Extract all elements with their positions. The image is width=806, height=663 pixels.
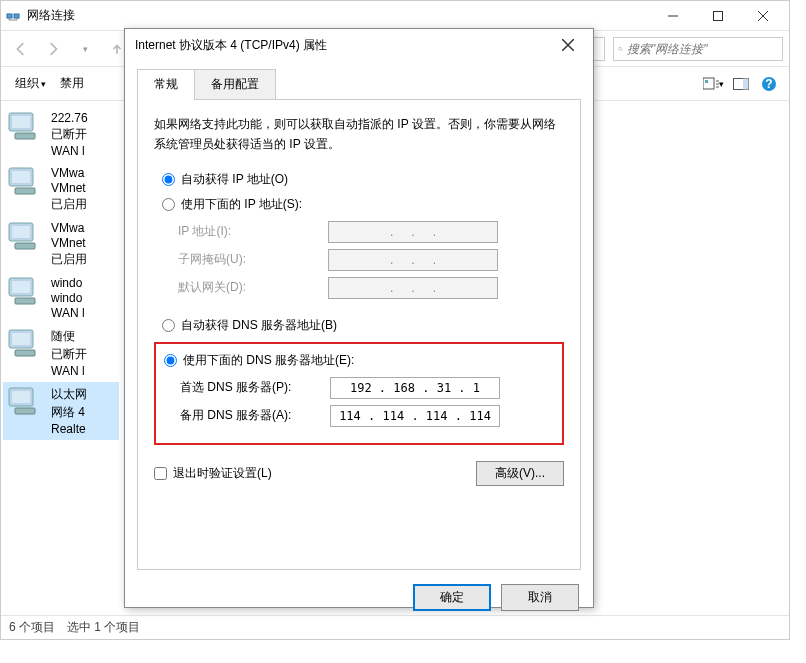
list-item[interactable]: 随便已断开WAN l xyxy=(3,324,119,382)
list-item[interactable]: 222.76已断开WAN l xyxy=(3,107,119,162)
nic-icon xyxy=(5,276,45,310)
ipv4-properties-dialog: Internet 协议版本 4 (TCP/IPv4) 属性 常规 备用配置 如果… xyxy=(124,28,594,608)
forward-button[interactable] xyxy=(39,35,67,63)
svg-rect-14 xyxy=(12,171,30,183)
dialog-title: Internet 协议版本 4 (TCP/IPv4) 属性 xyxy=(135,37,553,54)
svg-rect-23 xyxy=(12,333,30,345)
tab-strip: 常规 备用配置 xyxy=(137,69,581,100)
subnet-label: 子网掩码(U): xyxy=(178,251,328,268)
ip-address-input: ... xyxy=(328,221,498,243)
list-item[interactable]: 以太网网络 4Realte xyxy=(3,382,119,440)
svg-rect-1 xyxy=(14,14,19,18)
svg-rect-4 xyxy=(703,78,714,89)
list-item[interactable]: windowindoWAN l xyxy=(3,272,119,324)
preview-pane-button[interactable] xyxy=(729,72,753,96)
radio-ip-manual-input[interactable] xyxy=(162,198,175,211)
advanced-button[interactable]: 高级(V)... xyxy=(476,461,564,486)
svg-text:?: ? xyxy=(765,77,772,91)
search-box[interactable] xyxy=(613,37,783,61)
svg-rect-0 xyxy=(7,14,12,18)
window-title: 网络连接 xyxy=(27,7,650,24)
svg-rect-5 xyxy=(705,80,708,83)
recent-dropdown[interactable]: ▾ xyxy=(71,35,99,63)
radio-dns-auto[interactable]: 自动获得 DNS 服务器地址(B) xyxy=(162,317,564,334)
radio-ip-auto[interactable]: 自动获得 IP 地址(O) xyxy=(162,171,564,188)
svg-rect-2 xyxy=(713,11,722,20)
list-item[interactable]: VMwaVMnet已启用 xyxy=(3,162,119,217)
radio-dns-manual-input[interactable] xyxy=(164,354,177,367)
back-button[interactable] xyxy=(7,35,35,63)
search-icon xyxy=(618,43,623,55)
disable-button[interactable]: 禁用 xyxy=(54,73,90,94)
nic-icon xyxy=(5,386,45,420)
minimize-button[interactable] xyxy=(650,1,695,31)
tab-panel-general: 如果网络支持此功能，则可以获取自动指派的 IP 设置。否则，你需要从网络系统管理… xyxy=(137,100,581,570)
maximize-button[interactable] xyxy=(695,1,740,31)
description-text: 如果网络支持此功能，则可以获取自动指派的 IP 设置。否则，你需要从网络系统管理… xyxy=(154,114,564,155)
tab-alternate[interactable]: 备用配置 xyxy=(194,69,276,99)
help-button[interactable]: ? xyxy=(757,72,781,96)
gateway-label: 默认网关(D): xyxy=(178,279,328,296)
preferred-dns-label: 首选 DNS 服务器(P): xyxy=(180,379,330,396)
svg-rect-27 xyxy=(15,408,35,414)
view-button[interactable]: ▾ xyxy=(701,72,725,96)
search-input[interactable] xyxy=(627,42,778,56)
svg-rect-20 xyxy=(12,281,30,293)
nic-icon xyxy=(5,221,45,255)
svg-rect-18 xyxy=(15,243,35,249)
svg-rect-26 xyxy=(12,391,30,403)
svg-point-3 xyxy=(619,47,622,50)
organize-menu[interactable]: 组织 ▾ xyxy=(9,73,52,94)
validate-checkbox-input[interactable] xyxy=(154,467,167,480)
subnet-input: ... xyxy=(328,249,498,271)
validate-checkbox[interactable]: 退出时验证设置(L) xyxy=(154,465,272,482)
titlebar: 网络连接 xyxy=(1,1,789,31)
window-icon xyxy=(5,8,21,24)
highlighted-dns-section: 使用下面的 DNS 服务器地址(E): 首选 DNS 服务器(P): 192 .… xyxy=(154,342,564,445)
nic-icon xyxy=(5,166,45,200)
tab-general[interactable]: 常规 xyxy=(137,69,195,99)
connection-list: 222.76已断开WAN l VMwaVMnet已启用 VMwaVMnet已启用… xyxy=(1,101,121,609)
alternate-dns-input[interactable]: 114 . 114 . 114 . 114 xyxy=(330,405,500,427)
dialog-close-button[interactable] xyxy=(553,30,583,60)
preferred-dns-input[interactable]: 192 . 168 . 31 . 1 xyxy=(330,377,500,399)
svg-rect-17 xyxy=(12,226,30,238)
nic-icon xyxy=(5,111,45,145)
svg-rect-24 xyxy=(15,350,35,356)
radio-dns-auto-input[interactable] xyxy=(162,319,175,332)
svg-rect-12 xyxy=(15,133,35,139)
svg-rect-15 xyxy=(15,188,35,194)
radio-dns-manual[interactable]: 使用下面的 DNS 服务器地址(E): xyxy=(164,352,554,369)
close-button[interactable] xyxy=(740,1,785,31)
dialog-buttons: 确定 取消 xyxy=(125,574,593,621)
alternate-dns-label: 备用 DNS 服务器(A): xyxy=(180,407,330,424)
list-item[interactable]: VMwaVMnet已启用 xyxy=(3,217,119,272)
svg-rect-11 xyxy=(12,116,30,128)
gateway-input: ... xyxy=(328,277,498,299)
svg-rect-7 xyxy=(743,78,749,89)
status-count: 6 个项目 xyxy=(9,619,55,636)
dialog-titlebar: Internet 协议版本 4 (TCP/IPv4) 属性 xyxy=(125,29,593,61)
svg-rect-21 xyxy=(15,298,35,304)
status-selected: 选中 1 个项目 xyxy=(67,619,140,636)
ip-address-label: IP 地址(I): xyxy=(178,223,328,240)
radio-ip-manual[interactable]: 使用下面的 IP 地址(S): xyxy=(162,196,564,213)
radio-ip-auto-input[interactable] xyxy=(162,173,175,186)
cancel-button[interactable]: 取消 xyxy=(501,584,579,611)
nic-icon xyxy=(5,328,45,362)
ok-button[interactable]: 确定 xyxy=(413,584,491,611)
